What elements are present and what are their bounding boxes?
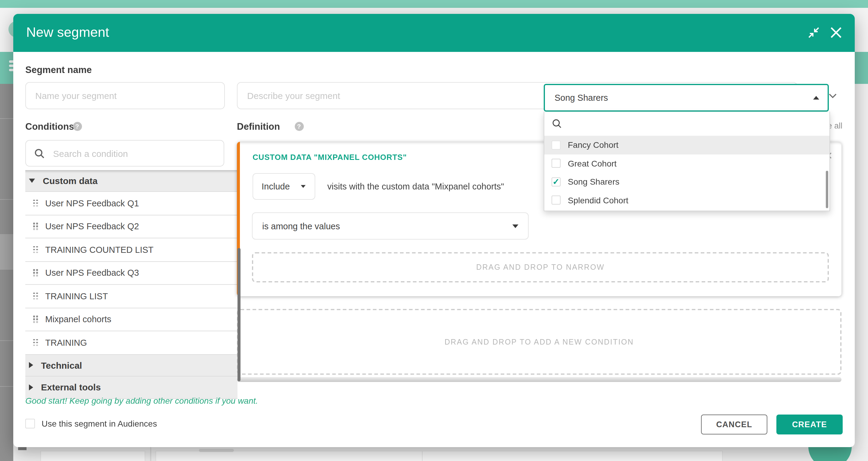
app-sidebar bbox=[0, 84, 13, 461]
conditions-label: Conditions bbox=[25, 121, 74, 132]
search-icon bbox=[552, 119, 562, 128]
card-title: CUSTOM DATA "MIXPANEL COHORTS" bbox=[253, 153, 407, 162]
segment-name-input[interactable] bbox=[25, 82, 224, 109]
condition-list-scrollbar[interactable] bbox=[238, 248, 240, 381]
close-icon[interactable] bbox=[830, 27, 842, 39]
conditions-help-icon[interactable]: ? bbox=[73, 122, 82, 131]
page-background-right bbox=[855, 84, 868, 461]
condition-item[interactable]: User NPS Feedback Q2 bbox=[25, 215, 238, 238]
dropdown-scrollbar[interactable] bbox=[826, 170, 828, 208]
drop-zone-narrow: DRAG AND DROP TO NARROW bbox=[252, 252, 829, 282]
checkbox-unchecked[interactable] bbox=[552, 196, 561, 205]
background-panel bbox=[40, 451, 145, 461]
caret-up-icon bbox=[813, 96, 819, 99]
background-panel bbox=[156, 451, 423, 461]
option-fancy-cohort[interactable]: Fancy Cohort bbox=[544, 136, 829, 154]
definition-label: Definition bbox=[237, 121, 280, 132]
drop-zone-new-condition: DRAG AND DROP TO ADD A NEW CONDITION bbox=[237, 309, 841, 375]
new-segment-modal: New segment Segment name Tags bbox=[13, 13, 855, 447]
screen: New segment Segment name Tags bbox=[0, 0, 868, 461]
condition-item[interactable]: User NPS Feedback Q1 bbox=[25, 192, 238, 215]
segment-name-label: Segment name bbox=[25, 64, 92, 75]
definition-help-icon[interactable]: ? bbox=[294, 122, 304, 131]
create-button[interactable]: CREATE bbox=[776, 414, 843, 434]
caret-down-icon bbox=[301, 185, 306, 188]
caret-down-icon bbox=[513, 224, 518, 228]
condition-item[interactable]: Mixpanel cohorts bbox=[25, 308, 238, 331]
triangle-right-icon bbox=[29, 384, 33, 391]
drag-handle-icon bbox=[33, 223, 38, 230]
checkmark-icon: ✓ bbox=[553, 178, 559, 186]
option-song-sharers[interactable]: ✓ Song Sharers bbox=[544, 173, 829, 191]
condition-item[interactable]: User NPS Feedback Q3 bbox=[25, 262, 238, 285]
checkbox-unchecked[interactable] bbox=[552, 159, 561, 168]
audiences-checkbox-row[interactable]: Use this segment in Audiences bbox=[25, 419, 157, 428]
drag-handle-icon bbox=[33, 316, 38, 323]
option-splendid-cohort[interactable]: Splendid Cohort bbox=[544, 191, 829, 209]
condition-group-technical[interactable]: Technical bbox=[25, 354, 238, 377]
background-panel bbox=[422, 451, 723, 461]
search-icon bbox=[34, 148, 44, 159]
condition-group-external-tools[interactable]: External tools bbox=[25, 377, 238, 399]
drag-handle-icon bbox=[33, 269, 38, 277]
drag-handle-icon bbox=[33, 246, 38, 253]
triangle-right-icon bbox=[29, 362, 33, 368]
audiences-label: Use this segment in Audiences bbox=[41, 419, 157, 428]
checkbox-unchecked[interactable] bbox=[552, 141, 561, 150]
audiences-checkbox[interactable] bbox=[25, 419, 35, 428]
value-select[interactable]: Song Sharers bbox=[544, 84, 829, 111]
checkbox-checked[interactable]: ✓ bbox=[552, 177, 561, 186]
include-select[interactable]: Include bbox=[253, 173, 315, 200]
sidebar-active-item bbox=[0, 234, 13, 270]
cancel-button[interactable]: CANCEL bbox=[701, 414, 767, 434]
modal-title: New segment bbox=[26, 13, 109, 52]
condition-search bbox=[25, 140, 224, 167]
hint-text: Good start! Keep going by adding other c… bbox=[25, 396, 258, 405]
background-scroll-handle bbox=[199, 449, 234, 452]
value-search[interactable] bbox=[544, 111, 829, 136]
modal-header: New segment bbox=[13, 13, 855, 52]
include-description: visits with the custom data "Mixpanel co… bbox=[327, 173, 504, 200]
condition-item[interactable]: TRAINING LIST bbox=[25, 285, 238, 308]
drag-handle-icon bbox=[33, 200, 38, 207]
condition-item[interactable]: TRAINING COUNTED LIST bbox=[25, 238, 238, 262]
chevron-down-icon bbox=[829, 93, 837, 98]
background-divider bbox=[150, 447, 151, 461]
operator-select[interactable]: is among the values bbox=[252, 212, 529, 239]
condition-item[interactable]: TRAINING bbox=[25, 331, 238, 354]
triangle-down-icon bbox=[29, 179, 35, 183]
app-top-strip bbox=[0, 0, 868, 8]
collapse-icon[interactable] bbox=[808, 27, 820, 39]
condition-search-input[interactable] bbox=[52, 147, 215, 159]
definition-horizontal-scrollbar[interactable] bbox=[237, 377, 841, 382]
background-element bbox=[18, 447, 27, 450]
condition-list: Custom data User NPS Feedback Q1 User NP… bbox=[25, 170, 238, 399]
drag-handle-icon bbox=[33, 293, 38, 300]
drag-handle-icon bbox=[33, 339, 38, 346]
condition-group-custom-data[interactable]: Custom data bbox=[25, 170, 238, 192]
value-dropdown-panel: Fancy Cohort Great Cohort ✓ Song Sharers… bbox=[544, 111, 830, 211]
option-great-cohort[interactable]: Great Cohort bbox=[544, 154, 829, 173]
